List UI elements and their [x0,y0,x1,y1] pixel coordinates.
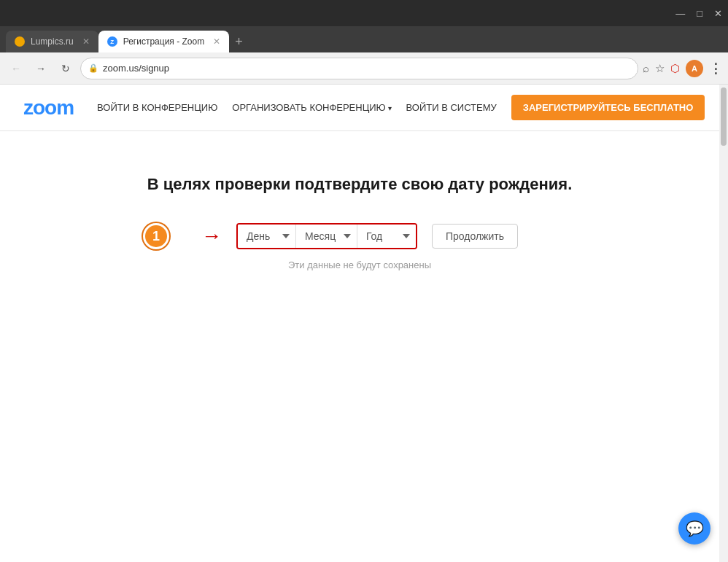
scrollbar-thumb[interactable] [721,87,727,146]
address-text: zoom.us/signup [103,63,169,74]
zoom-nav-links: ВОЙТИ В КОНФЕРЕНЦИЮ ОРГАНИЗОВАТЬ КОНФЕРЕ… [97,95,705,120]
minimize-button[interactable]: — [675,8,685,19]
tab-favicon-lumpics [15,36,25,47]
zoom-navbar: zoom ВОЙТИ В КОНФЕРЕНЦИЮ ОРГАНИЗОВАТЬ КО… [0,85,719,131]
forward-button[interactable]: → [31,58,51,79]
continue-button[interactable]: Продолжить [432,224,518,249]
dob-section: 1 → День Месяц Год [201,223,518,249]
extension-icon[interactable]: ⬡ [670,62,680,75]
page-heading: В целях проверки подтвердите свою дату р… [147,175,573,194]
register-button[interactable]: ЗАРЕГИСТРИРУЙТЕСЬ БЕСПЛАТНО [511,95,705,120]
zoom-main: В целях проверки подтвердите свою дату р… [0,131,719,300]
tab-label-zoom: Регистрация - Zoom [123,36,205,47]
forward-icon: → [36,63,46,74]
day-select[interactable]: День [238,225,296,248]
reload-button[interactable]: ↻ [55,58,76,79]
nav-join-meeting[interactable]: ВОЙТИ В КОНФЕРЕНЦИЮ [97,102,217,113]
address-bar: ← → ↻ 🔒 zoom.us/signup ⌕ ☆ ⬡ A ⋮ [0,52,728,85]
month-select[interactable]: Месяц [296,225,357,248]
tab-close-zoom[interactable]: ✕ [213,36,220,47]
bookmark-icon[interactable]: ☆ [655,62,665,75]
back-icon: ← [11,63,21,74]
dob-note: Эти данные не будут сохранены [288,259,431,270]
browser-content-wrap: zoom ВОЙТИ В КОНФЕРЕНЦИЮ ОРГАНИЗОВАТЬ КО… [0,85,728,562]
address-input-wrap[interactable]: 🔒 zoom.us/signup [80,58,638,79]
zoom-logo: zoom [23,96,74,120]
tab-zoom[interactable]: Z Регистрация - Zoom ✕ [98,31,230,52]
menu-icon[interactable]: ⋮ [709,61,722,77]
scrollbar-track[interactable] [719,85,728,562]
address-icons: ⌕ ☆ ⬡ A ⋮ [643,60,722,77]
dob-dropdowns-group: День Месяц Год [236,223,417,249]
title-bar: — □ ✕ [0,0,728,26]
lock-icon: 🔒 [88,63,98,73]
user-avatar[interactable]: A [686,60,703,77]
new-tab-button[interactable]: + [229,31,249,52]
tab-close-lumpics[interactable]: ✕ [82,36,90,47]
red-arrow-icon: → [201,225,222,248]
title-bar-controls: — □ ✕ [675,8,722,19]
arrow-indicator: → [201,225,222,248]
nav-sign-in[interactable]: ВОЙТИ В СИСТЕМУ [406,102,497,113]
tab-lumpics[interactable]: Lumpics.ru ✕ [6,31,98,52]
step-badge: 1 [143,223,169,249]
maximize-button[interactable]: □ [697,8,702,19]
nav-host-meeting[interactable]: ОРГАНИЗОВАТЬ КОНФЕРЕНЦИЮ [232,102,391,113]
tab-bar: Lumpics.ru ✕ Z Регистрация - Zoom ✕ + [0,26,728,52]
back-button[interactable]: ← [6,58,26,79]
year-select[interactable]: Год [357,225,416,248]
close-button[interactable]: ✕ [714,8,722,19]
browser-window: — □ ✕ Lumpics.ru ✕ Z Регистрация - Zoom … [0,0,728,562]
tab-favicon-zoom: Z [107,36,117,47]
search-icon[interactable]: ⌕ [643,62,649,74]
chat-button[interactable]: 💬 [678,512,710,545]
tab-label-lumpics: Lumpics.ru [31,36,74,47]
browser-content: zoom ВОЙТИ В КОНФЕРЕНЦИЮ ОРГАНИЗОВАТЬ КО… [0,85,719,562]
reload-icon: ↻ [61,63,70,74]
